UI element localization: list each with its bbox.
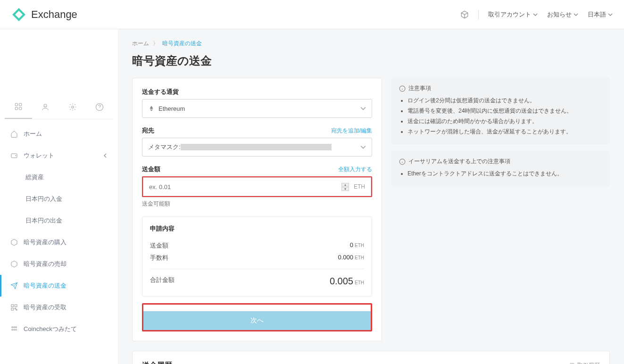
spin-up[interactable]: ▲ [341,183,349,187]
sidebar-label: Coincheckつみたて [24,325,77,333]
sidebar-item-jpy-in[interactable]: 日本円の入金 [0,188,118,210]
tab-settings[interactable] [59,95,86,119]
note-item: Etherをコントラクトアドレスに送金することはできません。 [408,169,602,178]
sidebar-item-send[interactable]: 暗号資産の送金 [0,275,118,297]
tab-user[interactable] [32,95,59,119]
grid-icon [14,102,23,111]
svg-point-16 [12,327,13,328]
sidebar-menu: ホーム ウォレット 総資産 日本円の入金 日本円の出金 暗号資産の購入 暗号資産… [0,119,118,344]
sidebar-label: 暗号資産の売却 [24,260,67,268]
notes-title: 注意事項 [408,84,431,92]
next-highlight: 次へ [142,303,372,331]
sidebar-item-wallet[interactable]: ウォレット [0,145,118,166]
info-icon [399,85,406,92]
amount-highlight: ▲ ▼ ETH [142,176,372,197]
sum-amount-label: 送金額 [150,241,168,250]
svg-rect-13 [11,308,14,310]
sidebar-item-total[interactable]: 総資産 [0,166,118,188]
sum-unit: ETH [355,243,364,248]
amount-spinner: ▲ ▼ [341,183,349,191]
svg-rect-3 [19,103,21,106]
side-column: 注意事項 ログイン後2分間は仮想通貨の送金はできません。 電話番号を変更後、24… [391,78,610,186]
sidebar: ホーム ウォレット 総資産 日本円の入金 日本円の出金 暗号資産の購入 暗号資産… [0,29,118,364]
notices-menu[interactable]: お知らせ [547,10,578,19]
chevron-down-icon [608,12,613,17]
chevron-down-icon [360,106,366,111]
sidebar-label: 日本円の出金 [25,216,62,225]
svg-point-17 [14,327,15,328]
sidebar-item-sell[interactable]: 暗号資産の売却 [0,253,118,275]
note-item: ログイン後2分間は仮想通貨の送金はできません。 [408,96,602,105]
svg-rect-15 [16,309,17,310]
qr-icon [10,304,18,311]
tab-dashboard[interactable] [5,95,32,119]
amount-all-link[interactable]: 全額入力する [338,165,372,174]
header-right: 取引アカウント お知らせ 日本語 [460,10,613,19]
currency-label: 送金する通貨 [142,88,179,96]
sidebar-label: 日本円の入金 [25,195,62,203]
breadcrumb-home[interactable]: ホーム [132,40,149,48]
svg-rect-4 [15,108,17,110]
tab-help[interactable] [86,95,114,119]
cube-icon[interactable] [460,10,469,19]
dest-select[interactable]: メタマスク: [142,138,372,157]
logo-icon [11,7,26,22]
history-link-label: 取引履歴 [577,362,600,364]
chevron-down-icon [103,153,108,158]
svg-rect-11 [11,305,14,307]
sidebar-label: 暗号資産の受取 [24,303,67,312]
sum-unit: ETH [355,280,364,285]
summary: 申請内容 送金額0ETH 手数料0.000ETH 合計金額0.005ETH [142,216,372,297]
svg-rect-5 [19,108,21,110]
next-button[interactable]: 次へ [143,311,371,330]
info-icon [399,158,406,165]
sidebar-item-home[interactable]: ホーム [0,123,118,145]
help-icon [95,103,104,111]
account-label: 取引アカウント [488,10,531,19]
note-item: 送金には確認のため時間がかかる場合があります。 [408,117,602,125]
amount-box: ▲ ▼ ETH [143,177,371,196]
sidebar-item-buy[interactable]: 暗号資産の購入 [0,232,118,253]
sidebar-item-tsumitate[interactable]: Coincheckつみたて [0,318,118,340]
home-icon [10,130,18,138]
note-item: 電話番号を変更後、24時間以内に仮想通貨の送金はできません。 [408,107,602,115]
logo[interactable]: Exchange [11,7,77,22]
ethereum-icon [148,105,155,112]
amount-label: 送金額 [142,165,160,174]
notes-list-1: ログイン後2分間は仮想通貨の送金はできません。 電話番号を変更後、24時間以内に… [399,96,602,136]
gear-icon [68,103,77,111]
sum-amount-value: 0 [350,241,353,248]
svg-point-18 [16,327,17,328]
sum-total-label: 合計金額 [150,276,175,287]
svg-point-21 [16,329,17,331]
svg-point-7 [72,106,74,108]
logo-text: Exchange [31,8,77,21]
sidebar-tabs [5,95,113,119]
chevron-down-icon [533,12,538,17]
wallet-icon [10,152,18,159]
svg-rect-2 [15,103,17,106]
breadcrumb-current: 暗号資産の送金 [162,40,202,48]
chevron-down-icon [574,12,578,17]
cube-icon [10,239,18,246]
svg-point-20 [14,329,15,331]
amount-input[interactable] [143,178,341,196]
currency-select[interactable]: Ethereum [142,99,372,118]
history-link[interactable]: 取引履歴 [569,362,600,364]
svg-rect-12 [15,305,17,307]
sidebar-label: ウォレット [24,151,54,160]
history-title: 送金履歴 [142,361,172,364]
account-menu[interactable]: 取引アカウント [488,10,538,19]
language-label: 日本語 [588,10,606,19]
dest-value-prefix: メタマスク: [148,143,181,151]
language-menu[interactable]: 日本語 [588,10,613,19]
spin-down[interactable]: ▼ [341,187,349,191]
history-card: 送金履歴 取引履歴 [132,351,610,364]
sum-fee-label: 手数料 [150,254,168,262]
main: ホーム 〉 暗号資産の送金 暗号資産の送金 送金する通貨 Ethereum 宛先… [118,29,624,364]
form-card: 送金する通貨 Ethereum 宛先 宛先を追加/編集 メタマスク: 送金額 全… [132,78,382,341]
sidebar-item-receive[interactable]: 暗号資産の受取 [0,297,118,318]
amount-unit: ETH [354,183,365,190]
dest-edit-link[interactable]: 宛先を追加/編集 [331,127,372,135]
sidebar-item-jpy-out[interactable]: 日本円の出金 [0,210,118,232]
